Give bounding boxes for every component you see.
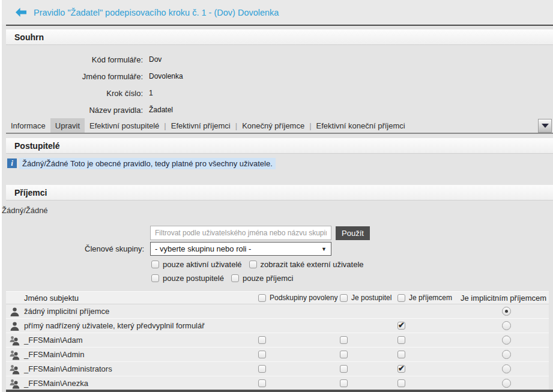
- table-row: _FFSMain\Anezka: [6, 376, 549, 391]
- column-header-implicit: Je implicitním příjemcem: [461, 294, 546, 303]
- group-role-select[interactable]: - vyberte skupinu nebo roli - ▼: [150, 242, 331, 256]
- subject-name: žádný implicitní příjemce: [24, 307, 109, 316]
- radio-implicit-recipient[interactable]: [502, 336, 511, 345]
- checkbox-postupitel[interactable]: [340, 379, 348, 387]
- filter-search-input[interactable]: [150, 226, 331, 240]
- table-row: _FFSMain\Adam: [6, 333, 549, 348]
- subject-name: _FFSMain\Adam: [24, 336, 83, 345]
- checkbox-prijemcem[interactable]: [397, 379, 405, 387]
- left-edge-strip: [0, 0, 2, 392]
- tab-efektivn-postupitel-[interactable]: Efektivní postupitelé: [85, 118, 164, 133]
- field-value: Dov: [149, 55, 162, 64]
- subject-name: _FFSMain\Administrators: [24, 364, 112, 373]
- checkbox-box[interactable]: [151, 274, 159, 282]
- recipients-none-label: Žádný/Žádné: [2, 206, 553, 216]
- title-bar: Pravidlo "Žadatel" podepisovacího kroku …: [0, 0, 553, 25]
- tab-bar: InformaceUpravitEfektivní postupitelé|Ef…: [6, 118, 553, 134]
- info-row: i Žádný/Žádné Toto je obecné pravidlo, t…: [7, 157, 553, 169]
- checkbox-podskupiny[interactable]: [258, 351, 266, 358]
- subject-name: _FFSMain\Anezka: [24, 379, 88, 388]
- header-checkbox-podskupiny[interactable]: [258, 294, 266, 302]
- checkbox-label: pouze aktivní uživatelé: [163, 260, 242, 269]
- radio-implicit-recipient[interactable]: [502, 321, 511, 330]
- radio-implicit-recipient[interactable]: [502, 379, 511, 388]
- subject-name: přímý nadřízený uživatele, který předvyp…: [24, 321, 205, 330]
- person-icon: [10, 321, 20, 331]
- apply-filter-button[interactable]: Použít: [336, 226, 370, 240]
- tab-kone-n-p-jemce[interactable]: Konečný příjemce: [237, 118, 309, 133]
- subject-table: Jméno subjektu Podskupiny povoleny Je po…: [6, 291, 549, 391]
- section-header-souhrn: Souhrn: [6, 29, 553, 45]
- table-row: přímý nadřízený uživatele, který předvyp…: [6, 319, 549, 333]
- checkbox-active-users[interactable]: pouze aktivní uživatelé: [151, 260, 242, 269]
- info-text: Žádný/Žádné Toto je obecné pravidlo, ted…: [19, 158, 276, 169]
- checkbox-label: pouze příjemci: [243, 274, 294, 283]
- header-checkbox-prijemcem[interactable]: [397, 294, 405, 302]
- checkbox-postupitel[interactable]: [340, 365, 348, 373]
- tab-efektivn-p-jemci[interactable]: Efektivní příjemci: [166, 118, 235, 133]
- summary-row: Kód formuláře: Dov: [0, 51, 553, 68]
- tab-efektivn-kone-n-p-jemci[interactable]: Efektivní koneční příjemci: [312, 118, 410, 133]
- checkbox-podskupiny[interactable]: [258, 365, 266, 373]
- table-row: žádný implicitní příjemce: [6, 304, 549, 319]
- checkbox-external-users[interactable]: zobrazit také externí uživatele: [249, 260, 364, 269]
- checkbox-prijemcem[interactable]: [397, 365, 405, 373]
- checkbox-label: pouze postupitelé: [163, 274, 224, 283]
- field-label: Název pravidla:: [0, 106, 143, 115]
- checkbox-prijemcem[interactable]: [397, 322, 405, 330]
- column-header-label: Je postupitel: [351, 294, 391, 302]
- table-row: _FFSMain\Administrators: [6, 362, 549, 376]
- subject-table-header: Jméno subjektu Podskupiny povoleny Je po…: [6, 291, 549, 304]
- checkbox-postupitel[interactable]: [340, 351, 348, 358]
- field-value: Žadatel: [149, 106, 173, 114]
- checkbox-box[interactable]: [151, 261, 159, 268]
- info-icon: i: [7, 158, 17, 168]
- field-label: Krok číslo:: [0, 89, 143, 98]
- header-checkbox-postupitel[interactable]: [340, 294, 348, 302]
- checkbox-postupitel[interactable]: [340, 336, 348, 344]
- field-value: Dovolenka: [149, 72, 183, 80]
- field-label: Kód formuláře:: [0, 55, 143, 64]
- tab-informace[interactable]: Informace: [6, 118, 50, 133]
- filter-row-search: Použít: [0, 226, 553, 240]
- group-icon: [10, 379, 20, 389]
- field-label: Jméno formuláře:: [0, 72, 143, 81]
- checkbox-only-prijemci[interactable]: pouze příjemci: [231, 274, 294, 283]
- radio-implicit-recipient[interactable]: [502, 364, 511, 373]
- column-header-prijemcem: Je příjemcem: [397, 294, 452, 302]
- filter-row-group: Členové skupiny: - vyberte skupinu nebo …: [0, 242, 553, 256]
- tab-upravit[interactable]: Upravit: [50, 118, 85, 133]
- page-title: Pravidlo "Žadatel" podepisovacího kroku …: [34, 8, 279, 17]
- checkbox-prijemcem[interactable]: [397, 351, 405, 358]
- back-arrow-icon[interactable]: [16, 8, 26, 17]
- column-header-label: Podskupiny povoleny: [270, 294, 337, 302]
- group-icon: [10, 336, 20, 346]
- group-select-value: - vyberte skupinu nebo roli -: [155, 244, 251, 253]
- subject-name: _FFSMain\Admin: [24, 350, 84, 359]
- checkbox-only-postupitele[interactable]: pouze postupitelé: [151, 274, 224, 283]
- column-header-label: Je příjemcem: [409, 294, 452, 302]
- group-select-label: Členové skupiny:: [0, 244, 144, 253]
- group-icon: [10, 350, 20, 360]
- subject-table-body: žádný implicitní příjemcepřímý nadřízený…: [6, 304, 549, 391]
- column-header-postupitel: Je postupitel: [340, 294, 391, 302]
- checkbox-prijemcem[interactable]: [397, 336, 405, 344]
- chevron-down-icon: ▼: [321, 246, 327, 252]
- checkbox-box[interactable]: [249, 261, 257, 268]
- summary-row: Název pravidla: Žadatel: [0, 101, 553, 118]
- tab-overflow-dropdown[interactable]: [538, 119, 552, 133]
- checkbox-label: zobrazit také externí uživatele: [261, 260, 364, 269]
- radio-implicit-recipient[interactable]: [502, 350, 511, 359]
- group-icon: [10, 364, 20, 375]
- section-header-postupitele: Postupitelé: [6, 138, 553, 154]
- table-row: _FFSMain\Admin: [6, 348, 549, 362]
- checkbox-podskupiny[interactable]: [258, 336, 266, 344]
- checkbox-box[interactable]: [231, 274, 239, 282]
- radio-implicit-recipient[interactable]: [502, 307, 511, 316]
- checkbox-podskupiny[interactable]: [258, 379, 266, 387]
- summary-row: Krok číslo: 1: [0, 85, 553, 101]
- filter-checkbox-row-2: pouze postupitelé pouze příjemci: [151, 273, 553, 283]
- field-value: 1: [149, 89, 153, 97]
- column-header-podskupiny: Podskupiny povoleny: [258, 294, 337, 302]
- summary-row: Jméno formuláře: Dovolenka: [0, 68, 553, 85]
